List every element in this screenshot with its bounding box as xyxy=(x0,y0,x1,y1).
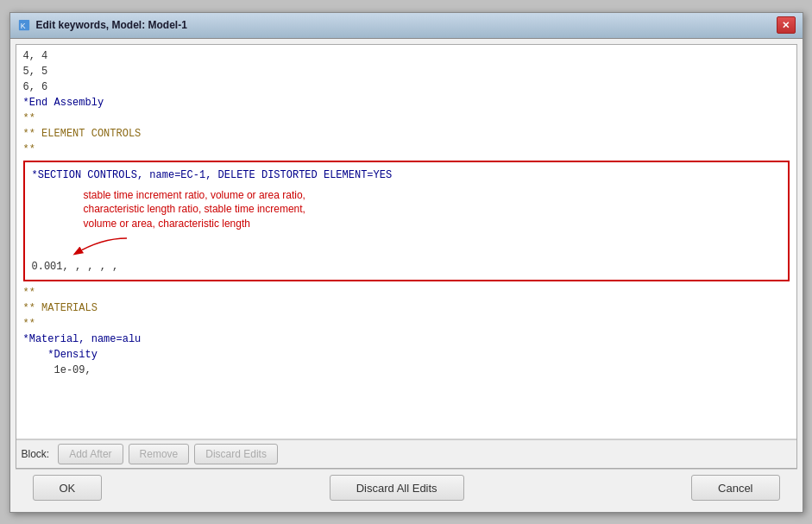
editor-content[interactable]: 4, 4 5, 5 6, 6 *End Assembly ** ** ELEME… xyxy=(16,45,796,439)
window-title: Edit keywords, Model: Model-1 xyxy=(36,19,777,31)
block-bar: Block: Add After Remove Discard Edits xyxy=(16,439,796,468)
annotation-arrow xyxy=(58,235,135,259)
ok-button[interactable]: OK xyxy=(33,475,103,501)
line-item: ** xyxy=(23,142,790,157)
line-item: *Density xyxy=(23,347,790,363)
footer: OK Discard All Edits Cancel xyxy=(16,469,797,507)
discard-all-button[interactable]: Discard All Edits xyxy=(330,475,464,501)
block-annotation: stable time increment ratio, volume or a… xyxy=(84,188,781,231)
highlighted-block: *SECTION CONTROLS, name=EC-1, DELETE DIS… xyxy=(23,161,790,281)
main-window: K Edit keywords, Model: Model-1 ✕ 4, 4 5… xyxy=(9,12,803,513)
title-bar: K Edit keywords, Model: Model-1 ✕ xyxy=(10,13,803,39)
line-item: *End Assembly xyxy=(23,95,790,110)
block-data: 0.001, , , , , xyxy=(32,259,781,275)
add-after-button[interactable]: Add After xyxy=(58,444,123,464)
discard-edits-button[interactable]: Discard Edits xyxy=(194,444,278,464)
line-item: ** MATERIALS xyxy=(23,300,790,316)
line-item: ** ELEMENT CONTROLS xyxy=(23,126,790,142)
line-item: ** xyxy=(23,316,790,331)
line-item: ** xyxy=(23,110,790,126)
line-item: 5, 5 xyxy=(23,64,790,79)
editor-area: 4, 4 5, 5 6, 6 *End Assembly ** ** ELEME… xyxy=(16,45,796,439)
window-icon: K xyxy=(17,18,31,32)
close-button[interactable]: ✕ xyxy=(777,16,796,34)
block-label: Block: xyxy=(22,448,50,460)
line-item: ** xyxy=(23,285,790,300)
line-item: 1e-09, xyxy=(23,363,790,378)
svg-text:K: K xyxy=(20,22,25,30)
content-area: 4, 4 5, 5 6, 6 *End Assembly ** ** ELEME… xyxy=(16,44,797,469)
block-keyword: *SECTION CONTROLS, name=EC-1, DELETE DIS… xyxy=(32,167,781,183)
line-item: *Material, name=alu xyxy=(23,331,790,347)
cancel-button[interactable]: Cancel xyxy=(691,475,779,501)
remove-button[interactable]: Remove xyxy=(129,444,190,464)
line-item: 4, 4 xyxy=(23,48,790,64)
line-item: 6, 6 xyxy=(23,79,790,95)
